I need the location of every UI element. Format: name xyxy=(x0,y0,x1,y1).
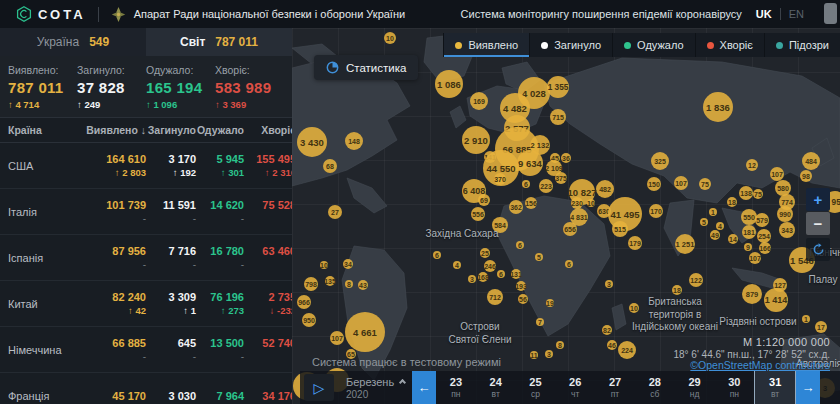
map-bubble[interactable]: 9 634 xyxy=(517,150,543,176)
timeline-day-25[interactable]: 25ср xyxy=(516,371,556,404)
column-header-1[interactable]: Виявлено ↓ xyxy=(70,124,146,136)
legend-item-Підозри[interactable]: Підозри xyxy=(764,33,840,57)
timeline-day-24[interactable]: 24вт xyxy=(476,371,516,404)
map-bubble[interactable]: 131 xyxy=(511,269,521,279)
map-bubble[interactable]: 484 xyxy=(802,152,820,170)
map-bubble[interactable]: 246 xyxy=(484,260,496,272)
map-bubble[interactable]: 579 xyxy=(755,213,769,227)
map-bubble[interactable]: 18 xyxy=(672,285,682,295)
world-map[interactable]: 1 0861694 0281 3554 4827152 5772 91066 8… xyxy=(292,28,840,404)
map-bubble[interactable]: 122 xyxy=(689,273,703,287)
map-bubble[interactable]: 135 xyxy=(325,276,335,286)
map-bubble[interactable]: 34 xyxy=(343,259,353,269)
map-bubble[interactable]: 27 xyxy=(328,205,342,219)
map-bubble[interactable]: 1 251 xyxy=(675,234,695,254)
map-bubble[interactable]: 254 xyxy=(757,229,771,243)
map-bubble[interactable]: 798 xyxy=(304,277,318,291)
lang-en-button[interactable]: EN xyxy=(789,8,804,20)
statistics-button[interactable]: Статистика xyxy=(314,55,418,80)
play-button[interactable]: ▷ xyxy=(304,374,334,401)
map-bubble[interactable]: 107 xyxy=(674,176,688,190)
map-bubble[interactable]: 1 414 xyxy=(764,288,788,312)
map-bubble[interactable]: 10 xyxy=(587,199,595,207)
zoom-out-button[interactable]: − xyxy=(806,212,830,235)
table-row[interactable]: Німеччина66 885-645-13 500-52 740- xyxy=(0,327,292,373)
map-bubble[interactable]: 68 xyxy=(323,159,337,173)
legend-item-Загинуло[interactable]: Загинуло xyxy=(529,33,612,57)
map-bubble[interactable]: 8 xyxy=(345,280,353,288)
map-bubble[interactable]: 193 xyxy=(516,281,526,291)
map-bubble[interactable]: 75 xyxy=(753,189,763,199)
timeline-day-27[interactable]: 27пт xyxy=(595,371,635,404)
map-bubble[interactable]: 169 xyxy=(470,92,488,110)
map-bubble[interactable]: 168 xyxy=(478,272,488,282)
map-bubble[interactable]: 5 xyxy=(535,253,543,261)
map-bubble[interactable]: 43 xyxy=(358,280,368,290)
map-bubble[interactable]: 1 xyxy=(802,315,810,323)
map-bubble[interactable]: 10 xyxy=(629,303,639,313)
map-bubble[interactable]: 49 xyxy=(710,230,720,240)
month-picker[interactable]: Березень 2020 xyxy=(334,376,412,400)
map-bubble[interactable]: 3 xyxy=(605,280,613,288)
map-bubble[interactable]: 36 xyxy=(561,153,571,163)
map-bubble[interactable]: 223 xyxy=(539,179,553,193)
map-bubble[interactable]: 10 xyxy=(320,261,328,269)
osm-attribution-link[interactable]: ©OpenStreetMap contributors xyxy=(690,359,830,371)
map-bubble[interactable]: 25 xyxy=(480,248,490,258)
map-bubble[interactable]: 17 xyxy=(815,321,827,333)
map-bubble[interactable]: 6 xyxy=(497,270,505,278)
legend-item-Хворіє[interactable]: Хворіє xyxy=(695,33,764,57)
map-reset-button[interactable] xyxy=(806,238,830,261)
map-bubble[interactable]: 75 xyxy=(699,178,711,190)
column-header-2[interactable]: Загинуло xyxy=(146,124,196,136)
map-bubble[interactable]: 19 xyxy=(546,299,554,307)
map-bubble[interactable]: 3 xyxy=(468,275,476,283)
map-bubble[interactable]: 990 xyxy=(777,206,793,222)
map-bubble[interactable]: 4 xyxy=(716,222,724,230)
map-bubble[interactable]: 556 xyxy=(471,207,485,221)
map-bubble[interactable]: 148 xyxy=(345,132,363,150)
map-bubble[interactable]: 12 xyxy=(746,159,758,171)
map-bubble[interactable]: 82 xyxy=(602,325,612,335)
map-bubble[interactable]: 69 xyxy=(478,194,490,206)
map-bubble[interactable]: 879 xyxy=(742,284,762,304)
timeline-day-28[interactable]: 28сб xyxy=(635,371,675,404)
zoom-in-button[interactable]: + xyxy=(806,188,830,211)
map-bubble[interactable]: 224 xyxy=(618,341,636,359)
map-bubble[interactable]: 343 xyxy=(779,222,795,238)
column-header-0[interactable]: Країна xyxy=(8,124,70,136)
map-bubble[interactable]: 1 xyxy=(709,208,717,216)
map-bubble[interactable]: 18 xyxy=(727,197,737,207)
map-bubble[interactable]: 107 xyxy=(749,252,761,264)
column-header-4[interactable]: Хворіє xyxy=(244,124,292,136)
map-bubble[interactable]: 6 xyxy=(522,180,530,188)
map-bubble[interactable]: 4 xyxy=(453,261,461,269)
map-bubble[interactable]: 482 xyxy=(596,180,614,198)
timeline-day-26[interactable]: 26чт xyxy=(555,371,595,404)
map-bubble[interactable]: 107 xyxy=(330,331,344,345)
map-bubble[interactable]: 712 xyxy=(487,289,503,305)
map-bubble[interactable]: 1 836 xyxy=(703,92,733,122)
map-bubble[interactable]: 5 xyxy=(700,218,708,226)
map-bubble[interactable]: 370 xyxy=(494,173,506,185)
map-bubble[interactable]: 515 xyxy=(612,221,628,237)
map-bubble[interactable]: 362 xyxy=(509,200,523,214)
map-bubble[interactable]: 14 xyxy=(728,234,738,244)
map-bubble[interactable]: 107 xyxy=(770,167,784,181)
map-bubble[interactable]: 1 086 xyxy=(435,70,463,98)
map-bubble[interactable]: 3 430 xyxy=(297,127,327,157)
map-bubble[interactable]: 138 xyxy=(739,186,753,200)
map-bubble[interactable]: 46 xyxy=(607,340,617,350)
timeline-day-23[interactable]: 23пн xyxy=(436,371,476,404)
map-bubble[interactable]: 656 xyxy=(563,222,577,236)
map-bubble[interactable]: 2 910 xyxy=(462,126,490,154)
map-bubble[interactable]: 10 xyxy=(384,32,396,44)
timeline-day-30[interactable]: 30пн xyxy=(714,371,754,404)
map-bubble[interactable]: 181 xyxy=(742,225,756,239)
table-row[interactable]: США164 610↑ 2 8033 170↑ 1925 945↑ 301155… xyxy=(0,143,292,189)
tab-world[interactable]: Світ 787 011 xyxy=(146,28,292,56)
map-bubble[interactable]: 325 xyxy=(651,152,669,170)
map-bubble[interactable]: 584 xyxy=(492,217,508,233)
map-bubble[interactable]: 1 355 xyxy=(547,76,569,98)
map-bubble[interactable]: 56 xyxy=(518,294,528,304)
